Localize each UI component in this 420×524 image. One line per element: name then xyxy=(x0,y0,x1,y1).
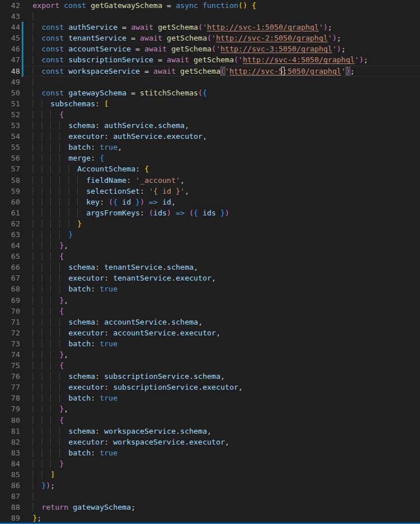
line-number[interactable]: 64 xyxy=(0,240,20,251)
line-number[interactable]: 47 xyxy=(0,54,20,65)
line-number[interactable]: 67 xyxy=(0,273,20,283)
line-number[interactable]: 54 xyxy=(0,131,20,142)
line-number[interactable]: 66 xyxy=(0,262,20,273)
code-line[interactable]: 80 { xyxy=(0,415,420,426)
code-text[interactable]: AccountSchema: { xyxy=(26,163,420,174)
line-number[interactable]: 58 xyxy=(0,175,20,186)
code-text[interactable]: selectionSet: '{ id }', xyxy=(26,186,420,197)
code-text[interactable]: const gatewaySchema = stitchSchemas({ xyxy=(26,87,420,98)
code-line[interactable]: 84 } xyxy=(0,458,420,469)
line-number[interactable]: 44 xyxy=(0,22,20,33)
code-text[interactable]: }; xyxy=(26,513,420,523)
code-text[interactable] xyxy=(26,77,420,87)
code-line[interactable]: 65 { xyxy=(0,251,420,262)
line-number[interactable]: 55 xyxy=(0,142,20,153)
line-number[interactable]: 72 xyxy=(0,327,20,338)
git-modified-indicator[interactable] xyxy=(20,43,26,54)
code-text[interactable]: }, xyxy=(26,295,420,306)
code-line[interactable]: 67 executor: tenantService.executor, xyxy=(0,273,420,283)
code-text[interactable]: }, xyxy=(26,240,420,251)
code-text[interactable]: schema: subscriptionService.schema, xyxy=(26,371,420,382)
line-number[interactable]: 76 xyxy=(0,371,20,382)
line-number[interactable]: 87 xyxy=(0,491,20,502)
line-number[interactable]: 74 xyxy=(0,349,20,360)
code-text[interactable]: schema: accountService.schema, xyxy=(26,317,420,327)
line-number[interactable]: 50 xyxy=(0,87,20,98)
line-number[interactable]: 63 xyxy=(0,229,20,240)
code-text[interactable]: } xyxy=(26,229,420,240)
git-modified-indicator[interactable] xyxy=(20,33,26,43)
code-text[interactable]: batch: true, xyxy=(26,142,420,153)
git-modified-indicator[interactable] xyxy=(20,22,26,33)
code-line[interactable]: 56 merge: { xyxy=(0,153,420,163)
code-line[interactable]: 72 executor: accountService.executor, xyxy=(0,327,420,338)
line-number[interactable]: 52 xyxy=(0,109,20,120)
code-text[interactable] xyxy=(26,491,420,502)
code-text[interactable]: schema: workspaceService.schema, xyxy=(26,426,420,437)
code-text[interactable]: { xyxy=(26,109,420,120)
code-line[interactable]: 60 key: ({ id }) => id, xyxy=(0,197,420,207)
code-line[interactable]: 68 batch: true xyxy=(0,283,420,294)
code-editor[interactable]: 42export const getGatewaySchema = async … xyxy=(0,0,420,524)
code-line[interactable]: 69 }, xyxy=(0,295,420,306)
code-line[interactable]: 82 executor: workspaceService.executor, xyxy=(0,437,420,447)
code-line[interactable]: 57 AccountSchema: { xyxy=(0,163,420,174)
line-number[interactable]: 43 xyxy=(0,11,20,22)
code-line[interactable]: 62 } xyxy=(0,218,420,229)
code-text[interactable]: const accountService = await getSchema('… xyxy=(26,43,420,54)
code-line[interactable]: 85 ] xyxy=(0,469,420,480)
line-number[interactable]: 49 xyxy=(0,77,20,87)
code-line[interactable]: 76 schema: subscriptionService.schema, xyxy=(0,371,420,382)
code-text[interactable]: const subscriptionService = await getSch… xyxy=(26,54,420,65)
code-text[interactable]: merge: { xyxy=(26,153,420,163)
code-line[interactable]: 78 batch: true xyxy=(0,393,420,403)
code-line[interactable]: 43 xyxy=(0,11,420,22)
line-number[interactable]: 46 xyxy=(0,43,20,54)
code-text[interactable]: executor: tenantService.executor, xyxy=(26,273,420,283)
line-number[interactable]: 62 xyxy=(0,218,20,229)
code-line[interactable]: 50 const gatewaySchema = stitchSchemas({ xyxy=(0,87,420,98)
line-number[interactable]: 71 xyxy=(0,317,20,327)
line-number[interactable]: 77 xyxy=(0,382,20,393)
code-text[interactable]: const tenantService = await getSchema('h… xyxy=(26,33,420,43)
code-line[interactable]: 46 const accountService = await getSchem… xyxy=(0,43,420,54)
line-number[interactable]: 53 xyxy=(0,120,20,131)
code-text[interactable]: batch: true xyxy=(26,447,420,458)
line-number[interactable]: 75 xyxy=(0,360,20,371)
code-line[interactable]: 47 const subscriptionService = await get… xyxy=(0,54,420,65)
line-number[interactable]: 88 xyxy=(0,502,20,513)
line-number[interactable]: 48 xyxy=(0,66,20,77)
code-line[interactable]: 63 } xyxy=(0,229,420,240)
git-modified-indicator[interactable] xyxy=(20,66,26,77)
code-line[interactable]: 75 { xyxy=(0,360,420,371)
code-line[interactable]: 77 executor: subscriptionService.executo… xyxy=(0,382,420,393)
code-line[interactable]: 71 schema: accountService.schema, xyxy=(0,317,420,327)
line-number[interactable]: 86 xyxy=(0,480,20,491)
code-line[interactable]: 59 selectionSet: '{ id }', xyxy=(0,186,420,197)
code-text[interactable]: executor: subscriptionService.executor, xyxy=(26,382,420,393)
code-line[interactable]: 83 batch: true xyxy=(0,447,420,458)
code-line[interactable]: 87 xyxy=(0,491,420,502)
code-line[interactable]: 89}; xyxy=(0,513,420,523)
line-number[interactable]: 51 xyxy=(0,98,20,109)
code-text[interactable]: executor: workspaceService.executor, xyxy=(26,437,420,447)
code-text[interactable]: }); xyxy=(26,480,420,491)
code-text[interactable]: ] xyxy=(26,469,420,480)
line-number[interactable]: 85 xyxy=(0,469,20,480)
code-text[interactable]: export const getGatewaySchema = async fu… xyxy=(26,0,420,11)
code-text[interactable]: batch: true xyxy=(26,338,420,349)
code-text[interactable]: batch: true xyxy=(26,283,420,294)
code-line[interactable]: 79 }, xyxy=(0,403,420,414)
code-text[interactable]: schema: authService.schema, xyxy=(26,120,420,131)
line-number[interactable]: 89 xyxy=(0,513,20,523)
code-text[interactable]: }, xyxy=(26,349,420,360)
code-line[interactable]: 55 batch: true, xyxy=(0,142,420,153)
code-line[interactable]: 81 schema: workspaceService.schema, xyxy=(0,426,420,437)
code-line[interactable]: 70 { xyxy=(0,306,420,317)
line-number[interactable]: 81 xyxy=(0,426,20,437)
line-number[interactable]: 80 xyxy=(0,415,20,426)
code-line[interactable]: 51 subschemas: [ xyxy=(0,98,420,109)
line-number[interactable]: 57 xyxy=(0,163,20,174)
line-number[interactable]: 79 xyxy=(0,403,20,414)
line-number[interactable]: 82 xyxy=(0,437,20,447)
